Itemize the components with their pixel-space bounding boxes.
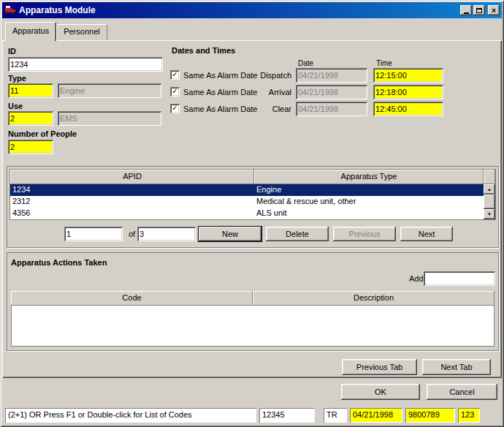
same-as-alarm-checkbox-clear[interactable]: ✓ bbox=[170, 104, 180, 113]
apid-column-header: APID bbox=[10, 170, 254, 184]
table-row[interactable]: 1234 Engine bbox=[10, 184, 484, 196]
id-label: ID bbox=[8, 47, 16, 56]
dispatch-date-field bbox=[296, 68, 367, 83]
ok-button[interactable]: OK bbox=[341, 384, 420, 400]
titlebar: Apparatus Module × bbox=[2, 2, 502, 18]
number-of-people-input[interactable] bbox=[8, 140, 53, 154]
add-action-input[interactable] bbox=[424, 271, 495, 286]
table-header-spacer bbox=[484, 170, 495, 184]
add-label: Add bbox=[409, 274, 424, 283]
next-tab-button[interactable]: Next Tab bbox=[422, 359, 491, 375]
arrow-down-icon: ▼ bbox=[487, 212, 492, 216]
same-as-alarm-checkbox-dispatch[interactable]: ✓ bbox=[170, 70, 180, 80]
apparatus-tab-panel: ID Type Use Number of People Dates and T… bbox=[2, 40, 502, 378]
type-label: Type bbox=[8, 74, 26, 83]
tab-strip: Apparatus Personnel bbox=[2, 18, 502, 40]
check-icon: ✓ bbox=[172, 70, 177, 78]
dispatch-label: Dispatch bbox=[234, 71, 291, 80]
table-row[interactable]: 2312 Medical & rescue unit, other bbox=[10, 196, 484, 208]
table-row[interactable]: 4356 ALS unit bbox=[10, 208, 484, 219]
tab-personnel[interactable]: Personnel bbox=[56, 24, 107, 40]
time-column-header: Time bbox=[376, 59, 392, 67]
scroll-up-button[interactable]: ▲ bbox=[484, 184, 495, 194]
record-of-label: of bbox=[129, 230, 135, 238]
apparatus-module-window: Apparatus Module × Apparatus Personnel I… bbox=[0, 0, 504, 427]
maximize-icon bbox=[476, 8, 482, 13]
actions-table-body bbox=[11, 306, 495, 347]
cancel-button[interactable]: Cancel bbox=[427, 384, 497, 400]
arrival-time-input[interactable] bbox=[373, 85, 443, 99]
delete-button[interactable]: Delete bbox=[266, 227, 329, 241]
window-controls: × bbox=[460, 5, 500, 15]
apparatus-table-header: APID Apparatus Type bbox=[10, 170, 495, 184]
apparatus-list-group: APID Apparatus Type 1234 Engine 2312 Med… bbox=[7, 166, 499, 248]
tab-apparatus[interactable]: Apparatus bbox=[5, 22, 56, 41]
record-total-input bbox=[137, 227, 196, 241]
close-button[interactable]: × bbox=[488, 5, 500, 15]
close-icon: × bbox=[492, 7, 496, 15]
vertical-scrollbar[interactable]: ▲ ▼ bbox=[484, 184, 495, 219]
type-code-input[interactable] bbox=[8, 83, 53, 98]
status-message: (2+1) OR Press F1 or Double-click for Li… bbox=[5, 408, 256, 423]
number-of-people-label: Number of People bbox=[8, 129, 77, 138]
clear-label: Clear bbox=[234, 105, 291, 113]
id-input[interactable] bbox=[8, 57, 163, 72]
use-code-input[interactable] bbox=[8, 111, 53, 126]
maximize-button[interactable] bbox=[473, 5, 485, 15]
next-record-button[interactable]: Next bbox=[400, 227, 453, 241]
status-bar: (2+1) OR Press F1 or Double-click for Li… bbox=[2, 406, 502, 425]
code-column-header: Code bbox=[11, 291, 253, 306]
previous-record-button: Previous bbox=[333, 227, 396, 241]
apparatus-type-cell: Medical & rescue unit, other bbox=[254, 196, 484, 208]
dates-and-times-heading: Dates and Times bbox=[172, 46, 235, 55]
apid-cell: 2312 bbox=[10, 196, 254, 208]
actions-table-header: Code Description bbox=[11, 291, 495, 306]
dispatch-time-input[interactable] bbox=[373, 68, 443, 83]
scroll-down-button[interactable]: ▼ bbox=[484, 209, 495, 219]
status-field-sequence: 123 bbox=[458, 408, 480, 423]
arrival-label: Arrival bbox=[234, 88, 291, 97]
minimize-button[interactable] bbox=[460, 5, 472, 15]
new-button[interactable]: New bbox=[199, 227, 261, 241]
use-description-field bbox=[58, 111, 161, 126]
clear-time-input[interactable] bbox=[373, 102, 443, 116]
check-icon: ✓ bbox=[172, 87, 177, 95]
apparatus-type-cell: ALS unit bbox=[254, 208, 484, 219]
status-field-record-id: 9800789 bbox=[405, 408, 455, 423]
record-number-input[interactable] bbox=[64, 227, 123, 241]
previous-tab-button[interactable]: Previous Tab bbox=[342, 359, 417, 375]
use-label: Use bbox=[8, 102, 23, 110]
arrow-up-icon: ▲ bbox=[487, 187, 492, 192]
scrollbar-thumb[interactable] bbox=[484, 194, 495, 209]
apid-cell: 4356 bbox=[10, 208, 254, 219]
status-field-date: 04/21/1998 bbox=[350, 408, 402, 423]
apparatus-actions-group: Apparatus Actions Taken Add Code Descrip… bbox=[7, 252, 499, 351]
type-description-field bbox=[58, 83, 161, 98]
same-as-alarm-checkbox-arrival[interactable]: ✓ bbox=[170, 87, 180, 97]
status-field-incident-number: 12345 bbox=[259, 408, 315, 423]
apid-cell: 1234 bbox=[10, 184, 254, 196]
check-icon: ✓ bbox=[172, 104, 177, 112]
apparatus-actions-heading: Apparatus Actions Taken bbox=[11, 258, 107, 267]
status-field-module-code: TR bbox=[324, 408, 347, 423]
description-column-header: Description bbox=[253, 291, 495, 306]
apparatus-type-cell: Engine bbox=[254, 184, 484, 196]
apparatus-type-column-header: Apparatus Type bbox=[254, 170, 484, 184]
dialog-button-row: OK Cancel bbox=[2, 378, 502, 406]
date-column-header: Date bbox=[298, 59, 313, 67]
apparatus-table-body: 1234 Engine 2312 Medical & rescue unit, … bbox=[10, 184, 495, 219]
minimize-icon bbox=[464, 12, 469, 14]
window-title: Apparatus Module bbox=[19, 5, 457, 15]
arrival-date-field bbox=[296, 85, 367, 99]
app-icon[interactable] bbox=[4, 4, 16, 16]
apparatus-table: APID Apparatus Type 1234 Engine 2312 Med… bbox=[9, 169, 496, 220]
clear-date-field bbox=[296, 102, 367, 116]
